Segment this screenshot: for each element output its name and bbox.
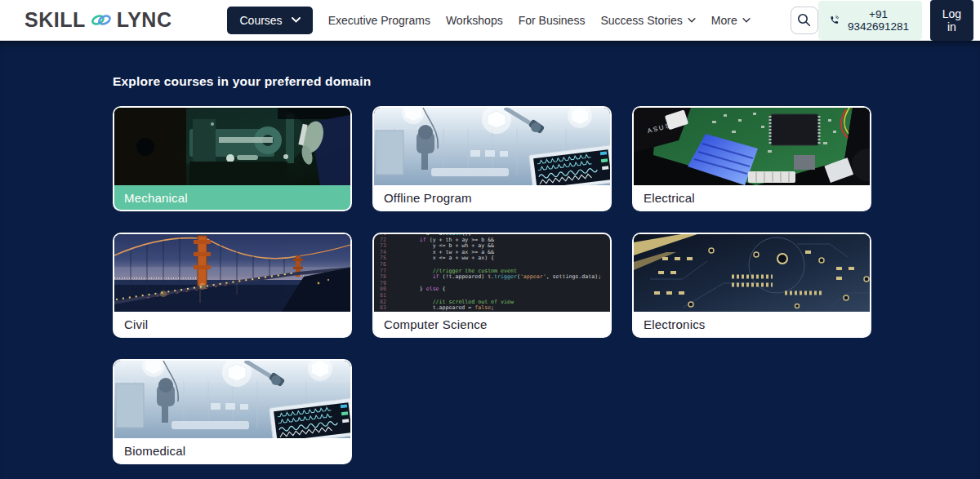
card-label: Computer Science [374,312,610,336]
chevron-down-icon [688,18,696,23]
card-label: Biomedical [114,438,350,463]
login-button[interactable]: Log in [930,0,973,41]
courses-label: Courses [239,14,282,27]
section-heading: Explore courses in your preferred domain [113,74,980,89]
more-label: More [711,14,737,27]
offline-program-card-image [374,108,612,185]
card-label: Mechanical [114,185,350,210]
nav-link-workshops[interactable]: Workshops [446,9,503,32]
logo-text-skill: SKILL [24,8,86,32]
phone-ringing-icon [830,14,840,26]
card-offline-program[interactable]: Offline Program [372,106,612,211]
nav-link-success-stories[interactable]: Success Stories [600,9,695,32]
logo-text-lync: LYNC [117,8,172,32]
electronics-card-image [634,234,871,312]
card-label: Offline Program [374,185,610,210]
card-electronics[interactable]: Electronics [632,233,871,338]
biomedical-card-image [114,361,352,438]
chevron-down-icon [292,17,301,23]
top-navbar: SKILL LYNC Courses Executive Programs Wo… [0,0,980,41]
chevron-down-icon [742,18,751,23]
computer-science-card-image: 71 w = a.width();72 if (y + th + ay >= b… [374,234,612,312]
nav-link-more[interactable]: More [711,9,751,32]
civil-card-image [114,234,352,312]
search-button[interactable] [791,7,818,34]
main-nav: Courses Executive Programs Workshops For… [227,7,817,34]
navbar-right-group: +91 9342691281 Log in [818,0,973,41]
courses-dropdown-button[interactable]: Courses [227,7,312,34]
card-label: Electrical [634,185,870,210]
success-stories-label: Success Stories [600,14,682,27]
skill-lync-logo[interactable]: SKILL LYNC [24,8,172,32]
phone-number-text: +91 9342691281 [846,8,911,33]
nav-link-for-business[interactable]: For Business [519,9,586,32]
card-civil[interactable]: Civil [113,233,352,338]
domain-explorer-section: Explore courses in your preferred domain… [0,41,980,479]
card-label: Civil [114,312,350,336]
card-electrical[interactable]: Electrical [632,106,871,211]
card-mechanical[interactable]: Mechanical [113,106,352,211]
electrical-card-image [634,108,871,185]
card-label: Electronics [634,312,870,336]
code-editor: 71 w = a.width();72 if (y + th + ay >= b… [374,234,612,312]
phone-number-button[interactable]: +91 9342691281 [818,1,922,40]
card-biomedical[interactable]: Biomedical [113,359,352,464]
chain-link-icon [89,13,114,27]
search-icon [797,13,811,27]
domain-card-grid: Mechanical Offline Program Electrical Ci… [113,106,980,464]
card-computer-science[interactable]: 71 w = a.width();72 if (y + th + ay >= b… [372,233,612,338]
mechanical-card-image [114,108,352,185]
nav-link-executive-programs[interactable]: Executive Programs [328,9,430,32]
